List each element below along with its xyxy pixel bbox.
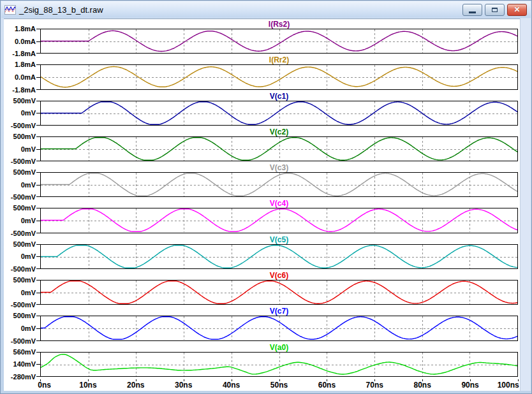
trace-label[interactable]: V(c6)	[270, 271, 288, 280]
waveform-plot[interactable]	[40, 29, 518, 54]
pane-title-row: V(a0)	[40, 344, 518, 352]
x-axis-label[interactable]: 50ns	[270, 381, 288, 390]
y-axis[interactable]: 1.8mA0.0mA-1.8mA	[4, 29, 40, 54]
y-axis-label[interactable]: -500mV	[11, 265, 36, 273]
y-axis-label[interactable]: -1.8mA	[12, 86, 36, 94]
y-axis-label[interactable]: -500mV	[11, 301, 36, 309]
y-axis-label[interactable]: -500mV	[11, 157, 36, 165]
y-axis-label[interactable]: -500mV	[11, 230, 36, 237]
y-axis-label[interactable]: 500mV	[13, 312, 36, 319]
trace-label[interactable]: V(c2)	[270, 128, 288, 136]
x-axis-label[interactable]: 70ns	[366, 381, 383, 390]
trace-curve	[41, 31, 517, 51]
y-axis-label[interactable]: 500mV	[13, 168, 36, 176]
close-icon: ✕	[514, 6, 520, 13]
trace-label[interactable]: I(Rr2)	[269, 55, 289, 64]
pane-body: 500mV0mV-500mV	[4, 280, 518, 305]
x-axis-label[interactable]: 0ns	[38, 381, 51, 390]
y-axis-label[interactable]: 500mV	[13, 276, 36, 284]
y-axis[interactable]: 1.8mA0.0mA-1.8mA	[4, 64, 40, 89]
y-axis-label[interactable]: -500mV	[11, 337, 36, 345]
x-axis-label[interactable]: 100ns	[498, 381, 519, 390]
y-axis-label[interactable]: 140mV	[13, 360, 36, 368]
waveform-plot[interactable]	[40, 316, 518, 340]
waveform-plot[interactable]	[40, 136, 518, 161]
waveform-plot[interactable]	[40, 352, 518, 377]
y-axis-label[interactable]: -280mV	[11, 373, 36, 381]
y-axis[interactable]: 500mV0mV-500mV	[4, 101, 40, 126]
pane-vc4: V(c4)500mV0mV-500mV	[4, 200, 518, 235]
trace-curve	[41, 317, 517, 340]
y-axis-label[interactable]: -500mV	[11, 122, 36, 129]
grid-lines	[41, 353, 517, 376]
waveform-plot[interactable]	[40, 172, 518, 197]
y-axis-label[interactable]: 0mV	[21, 109, 36, 117]
x-axis-label[interactable]: 90ns	[461, 381, 478, 390]
x-axis[interactable]: 0ns10ns20ns30ns40ns50ns60ns70ns80ns90ns1…	[40, 379, 518, 390]
pane-title-row: V(c3)	[40, 164, 518, 172]
waveform-panes: I(Rs2)1.8mA0.0mA-1.8mAI(Rr2)1.8mA0.0mA-1…	[4, 20, 518, 390]
trace-label[interactable]: V(c5)	[270, 235, 288, 244]
pane-title-row: V(c4)	[40, 200, 518, 208]
titlebar[interactable]: _2sig_88_13_b_dt.raw ✕	[1, 1, 531, 18]
x-axis-label[interactable]: 60ns	[318, 381, 336, 390]
y-axis-label[interactable]: 500mV	[13, 204, 36, 212]
waveform-plot[interactable]	[40, 208, 518, 233]
y-axis[interactable]: 500mV0mV-500mV	[4, 244, 40, 269]
y-axis[interactable]: 500mV0mV-500mV	[4, 136, 40, 161]
trace-curve	[41, 209, 517, 232]
y-axis-label[interactable]: 1.8mA	[15, 61, 36, 68]
y-axis[interactable]: 560mV140mV-280mV	[4, 352, 40, 377]
y-axis-label[interactable]: 500mV	[13, 240, 36, 248]
y-axis-label[interactable]: 560mV	[13, 348, 36, 356]
pane-title-row: V(c7)	[40, 307, 518, 316]
minimize-icon	[469, 11, 476, 13]
x-axis-label[interactable]: 80ns	[414, 381, 431, 390]
plot-client-area: I(Rs2)1.8mA0.0mA-1.8mAI(Rr2)1.8mA0.0mA-1…	[4, 18, 520, 391]
y-axis-label[interactable]: 0mV	[21, 217, 36, 224]
trace-curve	[41, 173, 517, 196]
waveform-plot[interactable]	[40, 64, 518, 89]
y-axis-label[interactable]: 0mV	[21, 181, 36, 189]
trace-label[interactable]: V(c4)	[270, 199, 288, 208]
waveform-plot[interactable]	[40, 101, 518, 126]
y-axis-label[interactable]: 0.0mA	[15, 73, 36, 81]
pane-body: 500mV0mV-500mV	[4, 136, 518, 161]
x-axis-label[interactable]: 30ns	[175, 381, 192, 390]
y-axis-label[interactable]: 0mV	[21, 145, 36, 153]
y-axis-label[interactable]: 0mV	[21, 325, 36, 332]
x-axis-label[interactable]: 20ns	[127, 381, 144, 390]
pane-body: 500mV0mV-500mV	[4, 244, 518, 269]
y-axis-label[interactable]: 0mV	[21, 252, 36, 260]
y-axis-label[interactable]: 500mV	[13, 97, 36, 105]
pane-title-row: V(c6)	[40, 272, 518, 280]
y-axis-label[interactable]: -1.8mA	[12, 50, 36, 57]
y-axis-label[interactable]: 1.8mA	[15, 25, 36, 33]
minimize-button[interactable]	[462, 4, 482, 16]
y-axis-label[interactable]: 0mV	[21, 289, 36, 296]
pane-canvas	[41, 65, 517, 89]
y-axis[interactable]: 500mV0mV-500mV	[4, 280, 40, 305]
pane-canvas	[41, 208, 517, 232]
y-axis[interactable]: 500mV0mV-500mV	[4, 316, 40, 340]
y-axis-label[interactable]: 0.0mA	[15, 38, 36, 45]
y-axis-label[interactable]: 500mV	[13, 133, 36, 140]
close-button[interactable]: ✕	[507, 4, 527, 16]
waveform-plot[interactable]	[40, 244, 518, 269]
pane-canvas	[41, 353, 517, 376]
y-axis-label[interactable]: -500mV	[11, 193, 36, 201]
trace-label[interactable]: I(Rs2)	[269, 20, 290, 29]
trace-curve	[41, 281, 517, 304]
pane-canvas	[41, 137, 517, 161]
waveform-plot[interactable]	[40, 280, 518, 305]
trace-label[interactable]: V(c7)	[270, 307, 288, 316]
x-axis-label[interactable]: 40ns	[223, 381, 240, 390]
trace-label[interactable]: V(c1)	[270, 92, 288, 101]
x-axis-label[interactable]: 10ns	[79, 381, 96, 390]
y-axis[interactable]: 500mV0mV-500mV	[4, 172, 40, 197]
pane-title-row: I(Rs2)	[40, 20, 518, 29]
trace-label[interactable]: V(c3)	[270, 163, 288, 172]
restore-button[interactable]	[485, 4, 505, 16]
y-axis[interactable]: 500mV0mV-500mV	[4, 208, 40, 233]
trace-label[interactable]: V(a0)	[270, 343, 288, 352]
